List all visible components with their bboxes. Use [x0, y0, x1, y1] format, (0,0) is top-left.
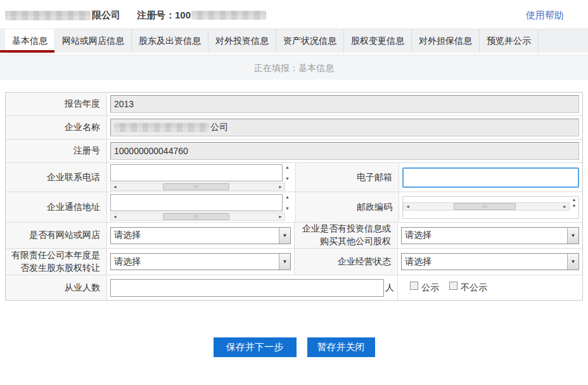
scrollbar-thumb[interactable]: [163, 183, 229, 190]
publicity-private-checkbox[interactable]: [449, 282, 457, 290]
scrollbar-track: [119, 183, 276, 190]
tab-external-guarantee-info[interactable]: 对外担保信息: [412, 29, 480, 53]
contact-phone-hscrollbar: ◄ ►: [110, 183, 285, 191]
publicity-checkbox-group: 公示 不公示: [410, 282, 497, 294]
tab-asset-status-info[interactable]: 资产状况信息: [276, 29, 344, 53]
scroll-down-icon[interactable]: ▼: [285, 206, 290, 211]
scroll-down-icon[interactable]: ▼: [285, 176, 290, 181]
scroll-up-icon[interactable]: ▲: [572, 197, 577, 202]
row-transfer-status: 有限责任公司本年度是否发生股东股权转让 请选择 ▼ 企业经营状态 请选择 ▼: [6, 249, 582, 275]
scroll-up-icon[interactable]: ▲: [285, 195, 290, 199]
row-phone-email: 企业联系电话 ▲ ▼ ◄ ► 电子邮箱: [6, 163, 582, 192]
tab-outbound-investment-info[interactable]: 对外投资信息: [208, 29, 276, 53]
company-title: 限公司 注册号：100: [5, 10, 266, 22]
tab-bar-filler: [539, 29, 588, 53]
postal-address-textarea-widget: ▲ ▼ ◄ ►: [110, 194, 292, 221]
scroll-right-icon[interactable]: ►: [276, 183, 284, 190]
report-year-label: 报告年度: [6, 93, 107, 115]
employee-count-label: 从业人数: [6, 275, 107, 300]
help-link[interactable]: 使用帮助: [526, 10, 564, 22]
postal-code-label: 邮政编码: [296, 192, 399, 222]
company-name-cell: 公司: [107, 116, 582, 139]
scrollbar-thumb[interactable]: [163, 213, 229, 220]
employee-count-unit: 人: [385, 282, 394, 294]
report-year-cell: 2013: [107, 93, 582, 115]
caret-down-icon: ▼: [279, 228, 290, 244]
postal-address-hscrollbar: ◄ ►: [110, 212, 285, 221]
employee-count-cell: 人: [107, 275, 398, 300]
scroll-left-icon[interactable]: ◄: [404, 203, 412, 210]
equity-transfer-cell: 请选择 ▼: [107, 249, 295, 275]
email-label: 电子邮箱: [296, 163, 399, 192]
tab-preview-publish[interactable]: 预览并公示: [480, 29, 539, 53]
postal-code-input[interactable]: ◄ ► ▲ ▼: [402, 196, 579, 219]
business-status-select[interactable]: 请选择 ▼: [401, 253, 579, 270]
postal-address-cell: ▲ ▼ ◄ ►: [107, 192, 296, 222]
save-next-button[interactable]: 保存并下一步: [214, 337, 297, 357]
scroll-right-icon[interactable]: ►: [276, 213, 284, 220]
registration-prefix: 注册号：100: [137, 10, 191, 22]
row-website-investment: 是否有网站或网店 请选择 ▼ 企业是否有投资信息或购买其他公司股权 请选择 ▼: [6, 223, 582, 249]
scroll-right-icon[interactable]: ►: [561, 203, 569, 210]
scrollbar-track: [119, 213, 276, 220]
row-report-year: 报告年度 2013: [6, 93, 582, 116]
redacted-company-name: [5, 11, 91, 20]
postal-address-label: 企业通信地址: [6, 192, 107, 222]
employee-count-input[interactable]: [110, 279, 384, 297]
scroll-down-icon[interactable]: ▼: [572, 204, 577, 208]
basic-info-form: 报告年度 2013 企业名称 公司 注册号 100000000044760 企业…: [5, 92, 583, 301]
tab-shareholder-info[interactable]: 股东及出资信息: [132, 29, 208, 53]
registration-number-cell: 100000000044760: [107, 140, 582, 162]
business-status-label: 企业经营状态: [295, 249, 398, 275]
contact-phone-textarea-widget: ▲ ▼ ◄ ►: [110, 164, 292, 191]
tab-equity-change-info[interactable]: 股权变更信息: [344, 29, 412, 53]
company-name-label: 企业名称: [6, 116, 107, 139]
contact-phone-label: 企业联系电话: [6, 163, 107, 192]
has-website-cell: 请选择 ▼: [107, 223, 295, 248]
save-close-button[interactable]: 暂存并关闭: [307, 337, 375, 357]
contact-phone-vscrollbar: ▲ ▼: [283, 164, 292, 181]
registration-number-field: 100000000044760: [110, 142, 579, 160]
registration-number-line: 注册号：100: [137, 10, 266, 22]
equity-transfer-label: 有限责任公司本年度是否发生股东股权转让: [6, 249, 107, 275]
company-name-value-suffix: 公司: [210, 122, 228, 133]
tab-bar: 基本信息 网站或网店信息 股东及出资信息 对外投资信息 资产状况信息 股权变更信…: [0, 29, 588, 53]
scrollbar-track: [412, 203, 561, 210]
email-cell: [399, 163, 582, 192]
row-company-name: 企业名称 公司: [6, 116, 582, 140]
contact-phone-input[interactable]: [110, 164, 283, 181]
publicity-private-label: 不公示: [461, 282, 487, 294]
contact-phone-cell: ▲ ▼ ◄ ►: [107, 163, 296, 192]
has-website-select-value: 请选择: [111, 230, 279, 241]
scrollbar-thumb[interactable]: [454, 203, 516, 210]
scroll-up-icon[interactable]: ▲: [285, 165, 290, 169]
has-investment-cell: 请选择 ▼: [398, 223, 582, 248]
email-input[interactable]: [402, 167, 579, 188]
tab-basic-info[interactable]: 基本信息: [5, 29, 55, 53]
row-address-postcode: 企业通信地址 ▲ ▼ ◄ ► 邮政编码: [6, 192, 582, 223]
company-name-field: 公司: [110, 119, 579, 136]
redacted-registration-number: [191, 11, 266, 20]
has-website-select[interactable]: 请选择 ▼: [110, 227, 291, 244]
postal-address-input[interactable]: [110, 194, 283, 211]
postal-code-vscrollbar: ▲ ▼: [570, 197, 578, 218]
scroll-left-icon[interactable]: ◄: [111, 183, 119, 190]
publicity-public-checkbox[interactable]: [410, 282, 418, 290]
postal-code-cell: ◄ ► ▲ ▼: [399, 192, 582, 222]
equity-transfer-select[interactable]: 请选择 ▼: [110, 253, 291, 270]
page-header: 限公司 注册号：100 使用帮助: [0, 0, 588, 29]
tab-website-info[interactable]: 网站或网店信息: [55, 29, 132, 53]
has-investment-select[interactable]: 请选择 ▼: [401, 227, 579, 244]
has-website-label: 是否有网站或网店: [6, 223, 107, 248]
equity-transfer-select-value: 请选择: [111, 256, 279, 268]
scroll-left-icon[interactable]: ◄: [111, 213, 119, 220]
redacted-company-name-value: [114, 123, 209, 132]
publicity-public-label: 公示: [421, 282, 439, 294]
registration-number-label: 注册号: [6, 140, 107, 162]
status-bar: 正在填报：基本信息: [0, 55, 588, 80]
has-investment-select-value: 请选择: [402, 230, 567, 241]
row-employee-publicity: 从业人数 人 公示 不公示: [6, 275, 582, 300]
postal-code-hscrollbar: ◄ ►: [403, 202, 570, 211]
report-year-field: 2013: [110, 95, 579, 113]
postal-address-vscrollbar: ▲ ▼: [283, 194, 292, 211]
